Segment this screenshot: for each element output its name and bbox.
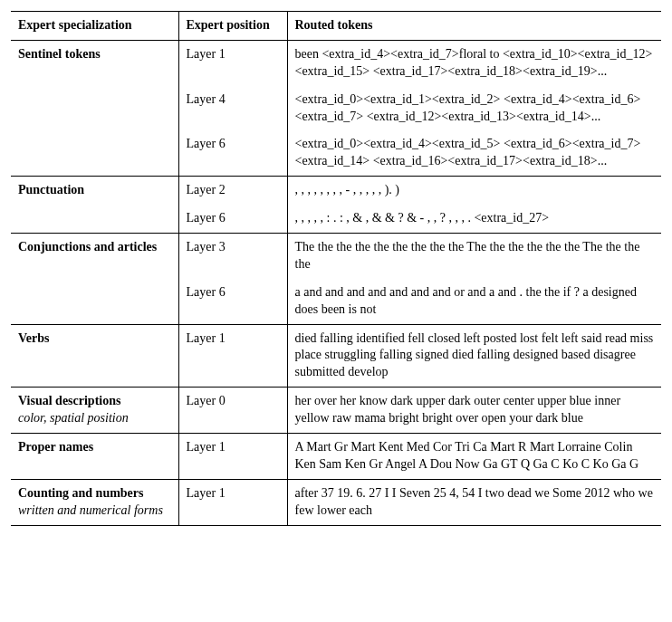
specialization-cell: Conjunctions and articles bbox=[11, 234, 178, 279]
position-cell: Layer 1 bbox=[178, 40, 287, 85]
specialization-cell bbox=[11, 130, 178, 176]
spec-label: Visual descriptions bbox=[18, 394, 120, 407]
table-row: Layer 6, , , , , : . : , & , & & ? & - ,… bbox=[11, 205, 661, 233]
tokens-cell: after 37 19. 6. 27 I I Seven 25 4, 54 I … bbox=[287, 479, 661, 525]
spec-label: Punctuation bbox=[18, 183, 84, 196]
expert-specialization-table: Expert specialization Expert position Ro… bbox=[11, 11, 661, 526]
spec-label: Conjunctions and articles bbox=[18, 240, 157, 254]
spec-label: Counting and numbers bbox=[18, 486, 144, 500]
tokens-cell: A Mart Gr Mart Kent Med Cor Tri Ca Mart … bbox=[287, 434, 661, 480]
spec-sublabel: color, spatial position bbox=[18, 411, 129, 425]
table-row: Sentinel tokensLayer 1been <extra_id_4><… bbox=[11, 40, 661, 85]
header-position: Expert position bbox=[178, 12, 287, 41]
tokens-cell: , , , , , , , , - , , , , , ). ) bbox=[287, 177, 661, 205]
specialization-cell: Sentinel tokens bbox=[11, 40, 178, 85]
position-cell: Layer 0 bbox=[178, 388, 287, 434]
tokens-cell: been <extra_id_4><extra_id_7>floral to <… bbox=[287, 40, 661, 85]
position-cell: Layer 6 bbox=[178, 130, 287, 176]
position-cell: Layer 6 bbox=[178, 205, 287, 233]
header-tokens: Routed tokens bbox=[287, 12, 661, 41]
position-cell: Layer 4 bbox=[178, 86, 287, 131]
spec-sublabel: written and numerical forms bbox=[18, 503, 163, 517]
specialization-cell: Punctuation bbox=[11, 177, 178, 205]
spec-label: Sentinel tokens bbox=[18, 47, 101, 61]
table-row: Layer 4<extra_id_0><extra_id_1><extra_id… bbox=[11, 86, 661, 131]
position-cell: Layer 2 bbox=[178, 177, 287, 205]
specialization-cell bbox=[11, 205, 178, 233]
specialization-cell: Verbs bbox=[11, 324, 178, 388]
tokens-cell: <extra_id_0><extra_id_4><extra_id_5> <ex… bbox=[287, 130, 661, 176]
position-cell: Layer 3 bbox=[178, 234, 287, 279]
position-cell: Layer 1 bbox=[178, 324, 287, 388]
table-row: Conjunctions and articlesLayer 3The the … bbox=[11, 234, 661, 279]
specialization-cell: Proper names bbox=[11, 434, 178, 480]
table-row: Visual descriptionscolor, spatial positi… bbox=[11, 388, 661, 434]
tokens-cell: died falling identified fell closed left… bbox=[287, 324, 661, 388]
tokens-cell: a and and and and and and and or and a a… bbox=[287, 279, 661, 324]
tokens-cell: , , , , , : . : , & , & & ? & - , , ? , … bbox=[287, 205, 661, 233]
table-row: Proper namesLayer 1A Mart Gr Mart Kent M… bbox=[11, 434, 661, 480]
tokens-cell: The the the the the the the the the The … bbox=[287, 234, 661, 279]
table-row: VerbsLayer 1died falling identified fell… bbox=[11, 324, 661, 388]
specialization-cell: Counting and numberswritten and numerica… bbox=[11, 479, 178, 525]
table-row: Counting and numberswritten and numerica… bbox=[11, 479, 661, 525]
spec-label: Verbs bbox=[18, 331, 50, 345]
spec-label: Proper names bbox=[18, 440, 93, 454]
specialization-cell: Visual descriptionscolor, spatial positi… bbox=[11, 388, 178, 434]
table-header-row: Expert specialization Expert position Ro… bbox=[11, 12, 661, 41]
table-row: Layer 6a and and and and and and and or … bbox=[11, 279, 661, 324]
table-row: PunctuationLayer 2, , , , , , , , - , , … bbox=[11, 177, 661, 205]
position-cell: Layer 1 bbox=[178, 434, 287, 480]
tokens-cell: her over her know dark upper dark outer … bbox=[287, 388, 661, 434]
header-specialization: Expert specialization bbox=[11, 12, 178, 41]
table-row: Layer 6<extra_id_0><extra_id_4><extra_id… bbox=[11, 130, 661, 176]
specialization-cell bbox=[11, 86, 178, 131]
specialization-cell bbox=[11, 279, 178, 324]
tokens-cell: <extra_id_0><extra_id_1><extra_id_2> <ex… bbox=[287, 86, 661, 131]
position-cell: Layer 6 bbox=[178, 279, 287, 324]
position-cell: Layer 1 bbox=[178, 479, 287, 525]
